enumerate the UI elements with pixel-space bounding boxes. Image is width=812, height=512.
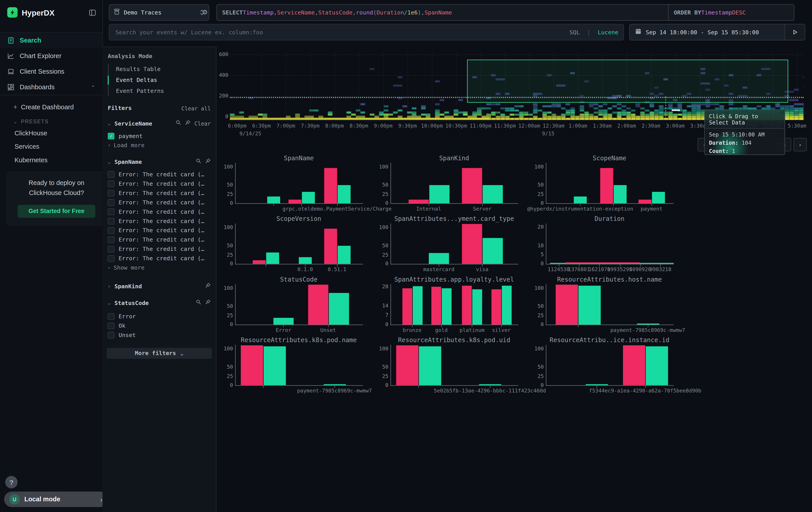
bar-inlier[interactable] xyxy=(502,286,512,325)
mini-chart-plot[interactable] xyxy=(546,345,674,386)
bar-inlier[interactable] xyxy=(586,384,608,385)
mini-chart-plot[interactable] xyxy=(235,223,363,265)
bar-inlier[interactable] xyxy=(483,185,503,203)
bar-inlier[interactable] xyxy=(299,257,312,264)
checkbox[interactable] xyxy=(108,322,114,329)
bar-outlier[interactable] xyxy=(623,346,645,385)
bar-outlier[interactable] xyxy=(396,346,418,385)
gear-icon[interactable]: ⚙ xyxy=(203,7,207,17)
checkbox[interactable] xyxy=(108,199,114,206)
search-icon[interactable] xyxy=(176,120,181,127)
get-started-button[interactable]: Get Started for Free xyxy=(18,205,95,217)
pin-icon[interactable] xyxy=(205,282,211,290)
clear-all-button[interactable]: Clear all xyxy=(181,105,211,111)
bar-inlier[interactable] xyxy=(646,347,668,385)
bar-outlier[interactable] xyxy=(491,290,501,325)
bar-outlier[interactable] xyxy=(324,168,337,203)
clear-section-button[interactable]: Clear xyxy=(194,120,211,127)
section-servicename[interactable]: ServiceName xyxy=(115,120,152,127)
pin-icon[interactable] xyxy=(205,158,211,165)
mini-chart-plot[interactable] xyxy=(235,284,363,325)
checkbox[interactable]: ✓ xyxy=(108,132,114,139)
mode-results-table[interactable]: Results Table xyxy=(109,64,216,75)
checkbox[interactable] xyxy=(108,189,114,196)
date-range-picker[interactable]: Sep 14 18:00:00 - Sep 15 05:30:00 xyxy=(629,24,789,41)
sql-toggle[interactable]: SQL xyxy=(570,29,580,35)
select-query-input[interactable]: SELECT Timestamp, ServiceName, StatusCod… xyxy=(216,4,673,21)
bar-inlier[interactable] xyxy=(652,192,665,203)
bar-inlier[interactable] xyxy=(419,347,441,385)
checkbox[interactable] xyxy=(108,236,114,243)
collapse-sidebar-icon[interactable] xyxy=(88,8,96,16)
bar-inlier[interactable] xyxy=(413,286,423,325)
checkbox[interactable] xyxy=(108,313,114,320)
bar-outlier[interactable] xyxy=(462,286,472,325)
bar-outlier[interactable] xyxy=(402,288,412,325)
filter-option-spanname-0[interactable]: Error: The credit card (… xyxy=(103,170,216,179)
run-query-button[interactable] xyxy=(785,24,805,41)
filter-option-spanname-6[interactable]: Error: The credit card (… xyxy=(103,225,216,235)
filter-option-spanname-8[interactable]: Error: The credit card (… xyxy=(103,244,216,253)
chevron-right-icon[interactable]: › xyxy=(108,284,112,289)
section-statuscode[interactable]: StatusCode xyxy=(115,299,149,306)
search-icon[interactable] xyxy=(196,299,201,306)
preset-services[interactable]: Services xyxy=(0,140,103,154)
bar-outlier[interactable] xyxy=(639,200,651,203)
checkbox[interactable] xyxy=(108,227,114,234)
checkbox[interactable] xyxy=(108,246,114,252)
checkbox[interactable] xyxy=(108,255,114,262)
mini-chart-plot[interactable] xyxy=(390,163,518,204)
mini-chart-plot[interactable] xyxy=(235,163,363,204)
bar-inlier[interactable] xyxy=(267,197,280,203)
bar-inlier[interactable] xyxy=(429,253,450,264)
filter-option-payment[interactable]: ✓payment xyxy=(103,131,216,140)
chevron-down-icon[interactable]: ⌄ xyxy=(108,121,112,126)
sidebar-item-search[interactable]: Search xyxy=(0,33,103,48)
pin-icon[interactable] xyxy=(205,299,211,306)
sidebar-item-dashboards[interactable]: Dashboards⌃ xyxy=(0,79,103,95)
bar-inlier[interactable] xyxy=(338,185,350,203)
search-icon[interactable] xyxy=(196,158,201,165)
chevron-down-icon[interactable]: ⌄ xyxy=(108,159,112,164)
mini-chart-plot[interactable] xyxy=(546,223,674,265)
presets-header[interactable]: ⌄ PRESETS xyxy=(0,114,103,127)
bar-outlier[interactable] xyxy=(600,168,613,203)
show-more-link[interactable]: › Show more xyxy=(103,263,216,272)
filter-option-spanname-1[interactable]: Error: The credit card (… xyxy=(103,179,216,188)
filter-option-ok[interactable]: Ok xyxy=(103,321,216,330)
filter-option-spanname-9[interactable]: Error: The credit card (… xyxy=(103,253,216,263)
mini-chart-plot[interactable] xyxy=(546,163,674,204)
orderby-input[interactable]: ORDER BY Timestamp DESC xyxy=(668,4,794,21)
bar-inlier[interactable] xyxy=(483,238,503,264)
load-more-link[interactable]: › Load more xyxy=(103,140,216,150)
checkbox[interactable] xyxy=(108,171,114,178)
search-input[interactable] xyxy=(115,28,566,36)
pin-icon[interactable] xyxy=(185,120,191,127)
checkbox[interactable] xyxy=(108,208,114,215)
bar-outlier[interactable] xyxy=(462,168,482,203)
source-select[interactable]: Demo Traces xyxy=(109,4,209,21)
filter-option-unset[interactable]: Unset xyxy=(103,330,216,340)
bar-inlier[interactable] xyxy=(274,318,294,325)
bar-inlier[interactable] xyxy=(264,347,286,385)
bar-outlier[interactable] xyxy=(241,346,263,385)
filter-option-spanname-3[interactable]: Error: The credit card (… xyxy=(103,197,216,207)
mini-chart-plot[interactable] xyxy=(390,284,518,325)
mini-chart-plot[interactable] xyxy=(546,284,674,325)
filter-option-spanname-7[interactable]: Error: The credit card (… xyxy=(103,235,216,244)
filter-option-spanname-5[interactable]: Error: The credit card (… xyxy=(103,216,216,225)
mini-chart-plot[interactable] xyxy=(390,223,518,265)
filter-option-spanname-2[interactable]: Error: The credit card (… xyxy=(103,188,216,197)
bar-inlier[interactable] xyxy=(637,323,659,325)
lucene-toggle[interactable]: Lucene xyxy=(598,29,618,35)
bar-outlier[interactable] xyxy=(555,285,578,325)
section-spanname[interactable]: SpanName xyxy=(115,159,142,165)
help-button[interactable]: ? xyxy=(5,476,18,488)
section-spankind[interactable]: SpanKind xyxy=(115,283,142,290)
bar-inlier[interactable] xyxy=(302,192,315,203)
sidebar-item-chart-explorer[interactable]: Chart Explorer xyxy=(0,48,103,64)
bar-inlier[interactable] xyxy=(479,384,501,385)
bar-outlier[interactable] xyxy=(253,260,266,264)
mini-chart-plot[interactable] xyxy=(390,345,518,386)
bar-outlier[interactable] xyxy=(432,287,441,325)
